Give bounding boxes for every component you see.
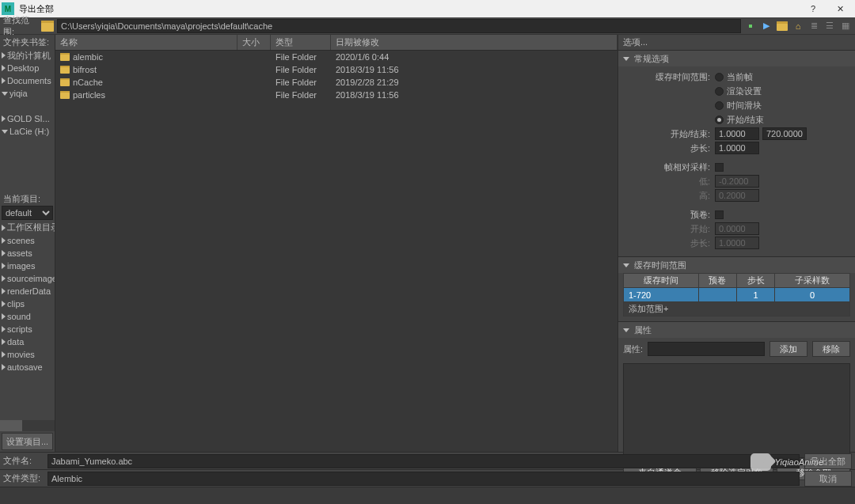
wechat-icon — [750, 453, 771, 471]
project-item: assets — [0, 247, 55, 260]
preroll-label: 预卷: — [623, 209, 712, 221]
file-header[interactable]: 名称 大小 类型 日期被修改 — [55, 35, 618, 51]
path-field[interactable]: C:\Users\yiqia\Documents\maya\projects\d… — [57, 19, 741, 33]
filename-row: 文件名: Jabami_Yumeko.abc 导出全部 — [0, 452, 855, 469]
cancel-button[interactable]: 取消 — [804, 471, 852, 487]
project-item: movies — [0, 348, 55, 361]
project-item: images — [0, 260, 55, 272]
filetype-field[interactable]: Alembic — [48, 472, 800, 486]
startend-label: 开始/结束: — [623, 128, 712, 140]
project-item: clips — [0, 297, 55, 310]
preroll-step-label: 步长: — [623, 237, 712, 249]
col-type[interactable]: 类型 — [271, 35, 331, 50]
bookmarks-tree[interactable]: 我的计算机 Desktop Documents yiqia GOLD SI...… — [0, 49, 55, 191]
th-cachetime: 缓存时间 — [624, 274, 699, 288]
file-list[interactable]: alembicFile Folder2020/1/6 0:44 bifrostF… — [55, 51, 618, 452]
set-project-button[interactable]: 设置项目... — [2, 433, 53, 450]
refresh-icon[interactable] — [744, 20, 757, 32]
end-field[interactable]: 720.0000 — [762, 127, 807, 140]
preroll-check[interactable] — [715, 210, 724, 219]
range-label: 缓存时间范围: — [623, 71, 712, 83]
left-panel: 文件夹书签: 我的计算机 Desktop Documents yiqia GOL… — [0, 35, 55, 452]
project-item: sound — [0, 310, 55, 323]
attr-remove-button[interactable]: 移除 — [812, 341, 850, 357]
project-label: 当前项目: — [0, 191, 55, 206]
low-field: -0.2000 — [715, 175, 759, 188]
project-tree[interactable]: 工作区根目录 scenes assets images sourceimages… — [0, 222, 55, 420]
step-field[interactable]: 1.0000 — [715, 142, 759, 154]
bookmark-item: GOLD SI... — [0, 112, 55, 125]
th-step: 步长 — [736, 274, 774, 288]
framesample-check[interactable] — [715, 163, 724, 172]
cache-range-row: 1-720 1 0 — [624, 288, 850, 302]
project-item: autosave — [0, 361, 55, 373]
preroll-start-field: 0.0000 — [715, 222, 759, 235]
section-general: 常规选项 缓存时间范围:当前帧 渲染设置 时间滑块 开始/结束 开始/结束:1.… — [618, 50, 855, 256]
bookmarks-label: 文件夹书签: — [0, 35, 55, 49]
project-item: scenes — [0, 234, 55, 247]
file-row: bifrostFile Folder2018/3/19 11:56 — [55, 63, 618, 76]
low-label: 低: — [623, 176, 712, 188]
section-cache-range: 缓存时间范围 缓存时间 预卷 步长 子采样数 1-720 1 0 — [618, 256, 855, 321]
folder-icon — [41, 21, 54, 32]
col-date[interactable]: 日期被修改 — [331, 35, 618, 50]
bookmark-item: Documents — [0, 74, 55, 87]
filename-field[interactable]: Jabami_Yumeko.abc — [48, 454, 800, 468]
help-button[interactable]: ? — [800, 0, 826, 17]
new-folder-icon[interactable] — [776, 20, 788, 32]
up-icon[interactable]: ▶ — [760, 20, 773, 32]
statusbar — [0, 487, 855, 504]
start-field[interactable]: 1.0000 — [715, 127, 759, 140]
framesample-label: 帧相对采样: — [623, 161, 712, 173]
col-name[interactable]: 名称 — [55, 35, 238, 50]
options-header: 选项... — [618, 35, 855, 50]
preroll-start-label: 开始: — [623, 223, 712, 235]
file-browser: 名称 大小 类型 日期被修改 alembicFile Folder2020/1/… — [55, 35, 618, 452]
radio-render[interactable] — [715, 87, 724, 96]
col-size[interactable]: 大小 — [238, 35, 271, 50]
folder-icon — [60, 53, 70, 61]
filetype-row: 文件类型: Alembic 取消 — [0, 469, 855, 487]
close-button[interactable]: ✕ — [826, 0, 853, 17]
window-titlebar: M 导出全部 ? ✕ — [0, 0, 855, 17]
view-list-icon[interactable]: ≣ — [808, 20, 820, 32]
project-item: sourceimages — [0, 272, 55, 285]
radio-slider[interactable] — [715, 101, 724, 110]
path-label: 查找范围: — [3, 14, 38, 38]
project-item: data — [0, 335, 55, 348]
high-label: 高: — [623, 190, 712, 202]
file-row: particlesFile Folder2018/3/19 11:56 — [55, 89, 618, 101]
view-detail-icon[interactable]: ☰ — [823, 20, 836, 32]
filetype-label: 文件类型: — [3, 472, 43, 484]
bookmark-item: Desktop — [0, 62, 55, 74]
project-item: scripts — [0, 323, 55, 335]
radio-startend[interactable] — [715, 116, 724, 124]
cache-range-add: 添加范围+ — [624, 302, 850, 316]
section-general-header[interactable]: 常规选项 — [618, 51, 855, 66]
high-field: 0.2000 — [715, 189, 759, 202]
project-combo[interactable]: default — [2, 206, 53, 220]
file-row: alembicFile Folder2020/1/6 0:44 — [55, 51, 618, 63]
folder-icon — [60, 66, 70, 74]
radio-current[interactable] — [715, 73, 724, 81]
watermark: YiqiaoAnime — [750, 453, 823, 471]
path-bar: 查找范围: C:\Users\yiqia\Documents\maya\proj… — [0, 17, 855, 35]
th-subsamples: 子采样数 — [775, 274, 850, 288]
preroll-step-field: 1.0000 — [715, 237, 759, 249]
home-icon[interactable]: ⌂ — [792, 20, 804, 32]
bookmark-item: LaCie (H:) — [0, 125, 55, 138]
window-title: 导出全部 — [19, 3, 800, 15]
step-label: 步长: — [623, 142, 712, 154]
section-cache-range-header[interactable]: 缓存时间范围 — [618, 257, 855, 273]
folder-icon — [60, 78, 70, 86]
attr-add-button[interactable]: 添加 — [770, 341, 808, 357]
attr-label: 属性: — [623, 343, 643, 355]
attr-list[interactable] — [623, 363, 850, 458]
attr-field[interactable] — [648, 342, 765, 356]
section-attributes-header[interactable]: 属性 — [618, 322, 855, 338]
cache-range-table[interactable]: 缓存时间 预卷 步长 子采样数 1-720 1 0 添加范围+ — [623, 273, 850, 316]
project-item: renderData — [0, 285, 55, 297]
view-grid-icon[interactable]: ▦ — [839, 20, 852, 32]
left-scrollbar[interactable] — [0, 420, 55, 431]
th-preroll: 预卷 — [698, 274, 736, 288]
